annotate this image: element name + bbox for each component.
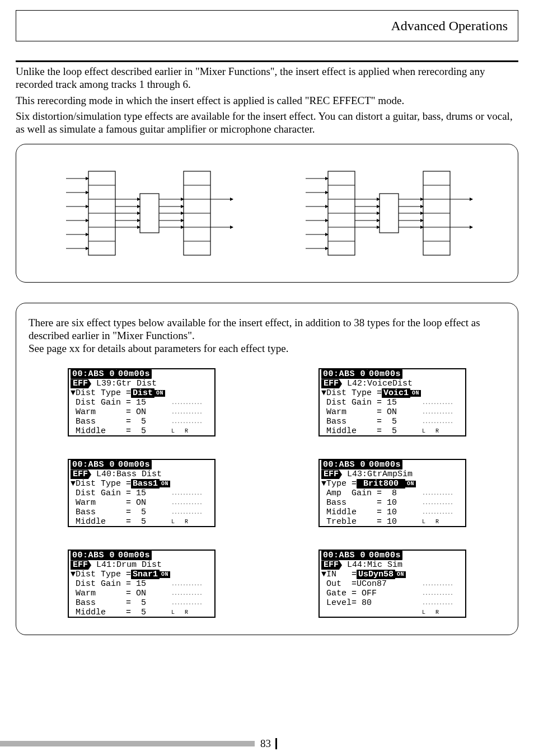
lcd-l42: 00:ABS 0 00m00sEFF L42:VoiceDist▼Dist Ty…	[318, 368, 466, 436]
lr-indicator: L R	[171, 610, 189, 616]
dotted-line: ...........	[171, 491, 202, 496]
eff-tag: EFF	[71, 469, 91, 479]
time-badge: 00m00s	[367, 460, 402, 469]
lcd-header-row: 00:ABS 0 00m00s	[320, 460, 465, 469]
abs-position: 00:ABS 0	[321, 369, 367, 379]
lcd-param-row: Middle = 5L R	[69, 426, 214, 436]
time-badge: 00m00s	[116, 369, 152, 379]
type-label: ▼Dist Type =	[71, 570, 131, 579]
type-value: Bass1	[131, 479, 160, 489]
lr-indicator: L R	[171, 429, 189, 434]
lcd-title-row: EFF L41:Drum Dist	[69, 560, 214, 570]
dotted-line: ...........	[171, 410, 202, 415]
routing-diagram-frame	[16, 144, 518, 283]
time-badge: 00m00s	[116, 551, 152, 560]
dotted-line: ...........	[422, 591, 453, 597]
effect-title: L39:Gtr Dist	[91, 379, 157, 388]
lr-indicator: L R	[171, 519, 189, 525]
effect-title: L42:VoiceDist	[342, 379, 413, 388]
effects-section: There are six effect types below availab…	[16, 303, 518, 635]
divider	[16, 60, 518, 62]
lcd-l39: 00:ABS 0 00m00sEFF L39:Gtr Dist▼Dist Typ…	[68, 368, 216, 436]
page-title: Advanced Operations	[391, 18, 508, 34]
param-text: Middle = 10	[321, 508, 422, 516]
dotted-line: ...........	[422, 491, 453, 496]
dotted-line: ...........	[171, 591, 202, 597]
time-badge: 00m00s	[367, 369, 402, 379]
lcd-title-row: EFF L43:GtrAmpSim	[320, 469, 465, 479]
type-value: Voic1	[382, 388, 410, 398]
param-text: Dist Gain = 15	[71, 398, 171, 407]
lcd-l44: 00:ABS 0 00m00sEFF L44:Mic Sim▼IN =UsDyn…	[318, 550, 466, 618]
dotted-line: ...........	[422, 581, 453, 587]
param-text: Dist Gain = 15	[71, 580, 171, 588]
param-text: Warm = ON	[71, 589, 171, 598]
type-value: Snar1	[131, 570, 160, 579]
param-text: Out =UCon87	[321, 580, 422, 588]
lcd-header-row: 00:ABS 0 00m00s	[69, 369, 214, 379]
dotted-line: ...........	[422, 600, 453, 606]
dotted-line: ...........	[171, 400, 202, 406]
eff-tag: EFF	[321, 469, 342, 479]
param-text: Level= 80	[321, 599, 422, 607]
effects-intro-line1: There are six effect types below availab…	[29, 317, 505, 342]
svg-rect-6	[140, 194, 159, 233]
dotted-line: ...........	[171, 419, 202, 425]
lcd-param-row: Bass = 5...........	[69, 508, 214, 517]
lcd-type-row: ▼Dist Type =Snar1 ON	[69, 570, 214, 579]
time-badge: 00m00s	[367, 551, 402, 560]
lcd-l41: 00:ABS 0 00m00sEFF L41:Drum Dist▼Dist Ty…	[68, 550, 216, 618]
dotted-line: ...........	[422, 510, 453, 515]
paragraph-1: Unlike the loop effect described earlier…	[16, 65, 518, 91]
dotted-line: ...........	[422, 410, 453, 415]
page-header: Advanced Operations	[16, 10, 518, 41]
abs-position: 00:ABS 0	[71, 551, 116, 560]
on-badge: ON	[395, 571, 406, 578]
param-text: Dist Gain = 15	[321, 398, 422, 407]
lcd-param-row: Bass = 5...........	[320, 417, 465, 426]
lcd-param-row: Amp Gain = 8...........	[320, 489, 465, 498]
eff-tag: EFF	[321, 560, 342, 570]
on-badge: ON	[405, 481, 416, 487]
effect-title: L44:Mic Sim	[342, 561, 402, 569]
on-badge: ON	[160, 571, 170, 578]
abs-position: 00:ABS 0	[71, 460, 116, 469]
abs-position: 00:ABS 0	[71, 369, 116, 379]
lcd-l43: 00:ABS 0 00m00sEFF L43:GtrAmpSim▼Type = …	[318, 459, 466, 527]
lcd-param-row: Dist Gain = 15...........	[69, 489, 214, 498]
lcd-param-row: Bass = 10...........	[320, 498, 465, 508]
dotted-line: ...........	[171, 600, 202, 606]
effects-intro-line2: See page xx for details about parameters…	[29, 342, 505, 355]
lcd-type-row: ▼Dist Type =Dist ON	[69, 388, 214, 398]
lcd-type-row: ▼Dist Type =Bass1 ON	[69, 479, 214, 489]
dotted-line: ...........	[171, 510, 202, 515]
lcd-param-row: Treble = 10L R	[320, 517, 465, 527]
param-text: Middle = 5	[71, 608, 171, 617]
param-text: Bass = 5	[71, 417, 171, 426]
lcd-param-row: Bass = 5...........	[69, 417, 214, 426]
lcd-param-row: Warm = ON...........	[69, 407, 214, 417]
dotted-line: ...........	[171, 581, 202, 587]
svg-rect-37	[380, 194, 399, 233]
page-footer: 83	[0, 736, 534, 752]
lcd-header-row: 00:ABS 0 00m00s	[320, 369, 465, 379]
lcd-title-row: EFF L42:VoiceDist	[320, 379, 465, 388]
type-label: ▼IN =	[321, 570, 357, 579]
dotted-line: ...........	[171, 500, 202, 506]
param-text: Warm = ON	[71, 499, 171, 507]
effect-title: L40:Bass Dist	[91, 470, 162, 478]
lcd-header-row: 00:ABS 0 00m00s	[69, 460, 214, 469]
param-text: Middle = 5	[71, 518, 171, 526]
lcd-param-row: Middle = 5L R	[69, 517, 214, 527]
effect-title: L43:GtrAmpSim	[342, 470, 413, 478]
param-text: Bass = 5	[71, 508, 171, 516]
abs-position: 00:ABS 0	[321, 460, 367, 469]
routing-diagram-left	[55, 163, 240, 264]
on-badge: ON	[154, 390, 165, 397]
lcd-param-row: Out =UCon87...........	[320, 579, 465, 589]
lcd-header-row: 00:ABS 0 00m00s	[69, 551, 214, 560]
param-text: Bass = 10	[321, 499, 422, 507]
lcd-param-row: Warm = ON...........	[69, 589, 214, 598]
dotted-line: ...........	[422, 500, 453, 506]
dotted-line: ...........	[422, 400, 453, 406]
